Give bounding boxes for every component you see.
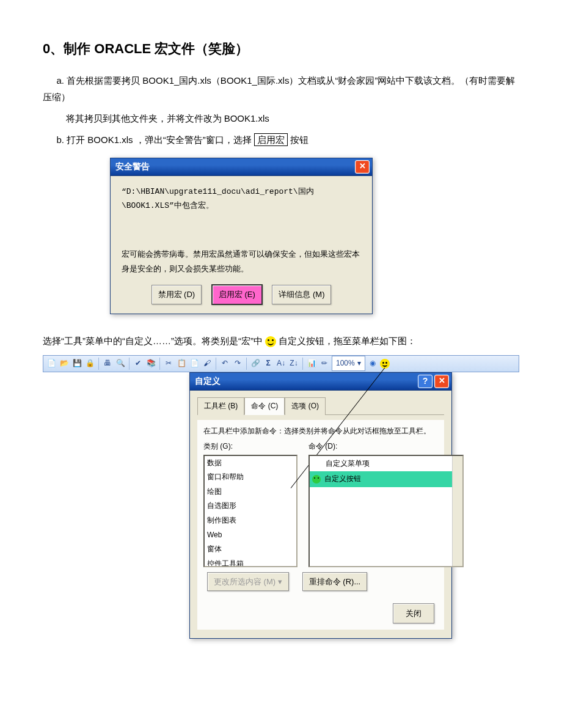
- perm-icon[interactable]: 🔒: [84, 358, 95, 369]
- reorder-commands-button[interactable]: 重排命令 (R)...: [302, 572, 368, 591]
- dlg2-titlebar[interactable]: 自定义 ? ✕: [189, 372, 452, 391]
- dlg1-body: “D:\HBIAN\upgrate11i_docu\adi_report\国内\…: [110, 176, 373, 314]
- para-a2: 将其拷贝到其他文件夹，并将文件改为 BOOK1.xls: [43, 110, 519, 127]
- para-b-pre: b. 打开 BOOK1.xls ，弹出“安全警告”窗口，选择: [57, 134, 254, 145]
- list-item[interactable]: 窗口和帮助: [205, 470, 296, 485]
- undo-icon[interactable]: ↶: [219, 358, 230, 369]
- tab-toolbars[interactable]: 工具栏 (B): [197, 397, 244, 416]
- dlg2-title: 自定义: [192, 373, 418, 389]
- tab-options[interactable]: 选项 (O): [285, 397, 326, 416]
- commands-label: 命令 (D):: [308, 440, 464, 454]
- print-icon[interactable]: 🖶: [102, 358, 113, 369]
- spell-icon[interactable]: ✔: [133, 358, 144, 369]
- redo-icon[interactable]: ↷: [232, 358, 243, 369]
- drawing-icon[interactable]: ✏: [319, 358, 330, 369]
- smiley-icon: [265, 336, 276, 347]
- dlg2-instructions: 在工具栏中添加新命令：选择类别并将命令从此对话框拖放至工具栏。: [203, 426, 438, 436]
- dlg1-title: 安全警告: [113, 159, 355, 174]
- list-item[interactable]: 制作图表: [205, 513, 296, 528]
- list-item[interactable]: Web: [205, 528, 296, 543]
- enable-macro-boxed: 启用宏: [254, 133, 288, 146]
- para-c: 选择“工具”菜单中的“自定义……”选项。将类别是“宏”中 自定义按钮，拖至菜单栏…: [43, 333, 519, 349]
- zoom-select[interactable]: 100%▾: [332, 356, 365, 372]
- sort-desc-icon[interactable]: Z↓: [288, 358, 299, 369]
- help-icon[interactable]: ◉: [367, 358, 378, 369]
- macro-smiley-icon[interactable]: [380, 359, 390, 369]
- dlg1-warn: 宏可能会携带病毒。禁用宏虽然通常可以确保安全，但如果这些宏本身是安全的，则又会损…: [122, 247, 361, 276]
- list-item[interactable]: 自选图形: [205, 499, 296, 513]
- copy-icon[interactable]: 📋: [176, 358, 187, 369]
- smiley-green-icon: [312, 475, 321, 483]
- enable-macro-button[interactable]: 启用宏 (E): [211, 284, 263, 304]
- sort-asc-icon[interactable]: A↓: [276, 358, 286, 369]
- customize-dialog: 自定义 ? ✕ 工具栏 (B) 命令 (C) 选项 (O) 在工具栏中添加新命令…: [189, 372, 452, 639]
- new-icon[interactable]: 📄: [46, 358, 57, 369]
- sigma-icon[interactable]: Σ: [263, 358, 274, 369]
- paste-icon[interactable]: 📄: [189, 358, 200, 369]
- dlg1-path: “D:\HBIAN\upgrate11i_docu\adi_report\国内\…: [122, 185, 361, 213]
- list-item[interactable]: 控件工具箱: [205, 557, 296, 567]
- dlg2-body: 工具栏 (B) 命令 (C) 选项 (O) 在工具栏中添加新命令：选择类别并将命…: [189, 391, 452, 639]
- save-icon[interactable]: 💾: [71, 358, 82, 369]
- disable-macro-button[interactable]: 禁用宏 (D): [151, 285, 202, 304]
- para-b-post: 按钮: [288, 134, 308, 145]
- heading: 0、制作 ORACLE 宏文件（笑脸）: [43, 37, 519, 61]
- categories-listbox[interactable]: 数据 窗口和帮助 绘图 自选图形 制作图表 Web 窗体 控件工具箱 宏 内置菜…: [203, 455, 297, 567]
- list-item[interactable]: 绘图: [205, 485, 296, 499]
- para-c-pre: 选择“工具”菜单中的“自定义……”选项。将类别是“宏”中: [43, 336, 265, 346]
- open-icon[interactable]: 📂: [59, 358, 70, 369]
- close-icon[interactable]: ✕: [355, 160, 370, 174]
- scrollbar[interactable]: [452, 456, 462, 566]
- cmd-menu-item[interactable]: 自定义菜单项: [310, 456, 462, 472]
- commands-listbox[interactable]: 自定义菜单项 自定义按钮: [308, 455, 464, 567]
- security-warning-dialog: 安全警告 ✕ “D:\HBIAN\upgrate11i_docu\adi_rep…: [110, 158, 373, 314]
- tab-commands[interactable]: 命令 (C): [244, 397, 285, 416]
- categories-label: 类别 (G):: [203, 440, 297, 454]
- para-a: a. 首先根据需要拷贝 BOOK1_国内.xls（BOOK1_国际.xls）文档…: [43, 72, 519, 105]
- dlg1-titlebar[interactable]: 安全警告 ✕: [110, 158, 373, 176]
- excel-toolbar: 📄 📂 💾 🔒 🖶 🔍 ✔ 📚 ✂ 📋 📄 🖌 ↶ ↷ 🔗 Σ A↓ Z↓ 📊 …: [43, 355, 519, 372]
- para-c-post: 自定义按钮，拖至菜单栏如下图：: [279, 336, 416, 346]
- list-item[interactable]: 窗体: [205, 542, 296, 557]
- cut-icon[interactable]: ✂: [163, 358, 174, 369]
- para-b: b. 打开 BOOK1.xls ，弹出“安全警告”窗口，选择 启用宏 按钮: [43, 131, 519, 148]
- modify-selection-button: 更改所选内容 (M) ▾: [207, 572, 289, 591]
- help-icon[interactable]: ?: [418, 375, 432, 388]
- detail-button[interactable]: 详细信息 (M): [272, 285, 331, 304]
- preview-icon[interactable]: 🔍: [115, 358, 126, 369]
- research-icon[interactable]: 📚: [145, 358, 156, 369]
- list-item[interactable]: 数据: [205, 456, 296, 471]
- close-button[interactable]: 关闭: [393, 603, 434, 623]
- dlg2-tabs: 工具栏 (B) 命令 (C) 选项 (O): [197, 397, 444, 416]
- cmd-custom-button[interactable]: 自定义按钮: [310, 471, 462, 487]
- link-icon[interactable]: 🔗: [250, 358, 261, 369]
- close-icon[interactable]: ✕: [434, 375, 449, 388]
- format-icon[interactable]: 🖌: [202, 358, 213, 369]
- chart-icon[interactable]: 📊: [306, 358, 317, 369]
